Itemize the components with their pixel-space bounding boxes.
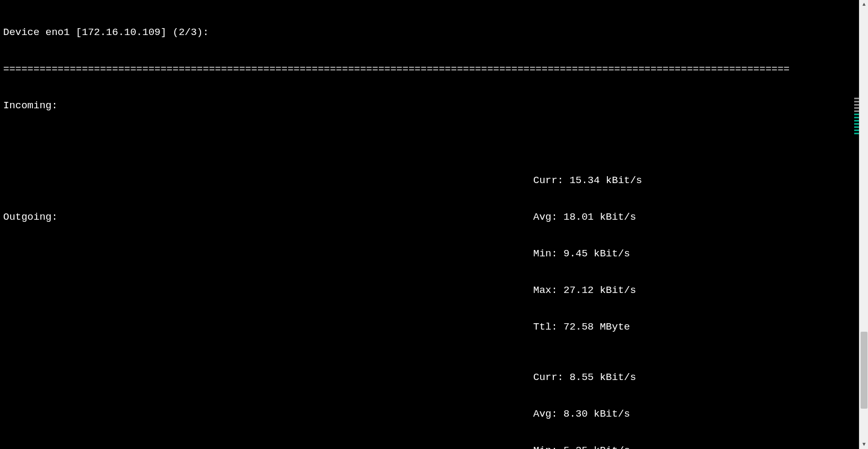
scroll-down-arrow[interactable]: ▼ [860, 440, 868, 449]
terminal-output: Device eno1 [172.16.10.109] (2/3): =====… [0, 0, 793, 449]
incoming-label: Incoming: [3, 100, 789, 112]
scroll-up-arrow[interactable]: ▲ [860, 0, 868, 9]
incoming-max: Max: 27.12 kBit/s [533, 284, 642, 297]
incoming-ttl: Ttl: 72.58 MByte [533, 321, 642, 333]
activity-indicator [854, 98, 859, 140]
incoming-curr: Curr: 15.34 kBit/s [533, 175, 642, 187]
outgoing-curr: Curr: 8.55 kBit/s [533, 372, 636, 384]
incoming-stats: Curr: 15.34 kBit/s Avg: 18.01 kBit/s Min… [533, 150, 642, 358]
outgoing-avg: Avg: 8.30 kBit/s [533, 408, 636, 420]
incoming-avg: Avg: 18.01 kBit/s [533, 211, 642, 223]
scroll-thumb[interactable] [861, 332, 867, 409]
device-header: Device eno1 [172.16.10.109] (2/3): [3, 27, 789, 39]
vertical-scrollbar[interactable]: ▲ ▼ [859, 0, 868, 449]
outgoing-stats: Curr: 8.55 kBit/s Avg: 8.30 kBit/s Min: … [533, 347, 636, 449]
incoming-min: Min: 9.45 kBit/s [533, 248, 642, 260]
outgoing-label: Outgoing: [3, 211, 58, 223]
separator-line: ========================================… [3, 63, 789, 75]
outgoing-min: Min: 5.25 kBit/s [533, 445, 636, 449]
